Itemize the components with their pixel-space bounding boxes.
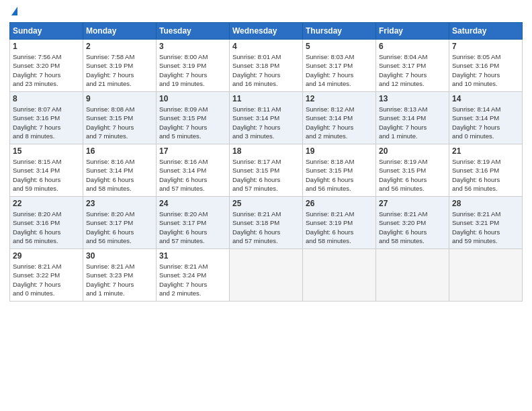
day-number: 14 xyxy=(452,94,519,103)
day-info: Sunrise: 8:05 AM Sunset: 3:16 PM Dayligh… xyxy=(452,52,519,88)
day-number: 24 xyxy=(159,199,226,208)
day-info: Sunrise: 8:04 AM Sunset: 3:17 PM Dayligh… xyxy=(379,52,446,88)
day-number: 7 xyxy=(452,42,519,51)
calendar-cell: 13Sunrise: 8:13 AM Sunset: 3:14 PM Dayli… xyxy=(376,92,449,144)
calendar-cell: 18Sunrise: 8:17 AM Sunset: 3:15 PM Dayli… xyxy=(230,144,303,197)
day-info: Sunrise: 7:58 AM Sunset: 3:19 PM Dayligh… xyxy=(86,52,153,88)
day-info: Sunrise: 8:21 AM Sunset: 3:24 PM Dayligh… xyxy=(159,262,226,298)
calendar-cell: 24Sunrise: 8:20 AM Sunset: 3:17 PM Dayli… xyxy=(157,197,230,249)
day-number: 2 xyxy=(86,42,153,51)
day-info: Sunrise: 8:21 AM Sunset: 3:18 PM Dayligh… xyxy=(232,210,300,245)
calendar-cell xyxy=(230,249,303,302)
day-info: Sunrise: 8:21 AM Sunset: 3:23 PM Dayligh… xyxy=(86,262,153,298)
day-info: Sunrise: 8:21 AM Sunset: 3:21 PM Dayligh… xyxy=(452,210,519,245)
calendar-cell: 29Sunrise: 8:21 AM Sunset: 3:22 PM Dayli… xyxy=(10,249,83,302)
calendar-cell: 31Sunrise: 8:21 AM Sunset: 3:24 PM Dayli… xyxy=(157,249,230,302)
day-number: 13 xyxy=(379,94,446,103)
calendar-cell xyxy=(449,249,523,302)
day-info: Sunrise: 8:19 AM Sunset: 3:16 PM Dayligh… xyxy=(452,157,519,193)
day-number: 15 xyxy=(13,146,80,156)
day-number: 4 xyxy=(232,42,300,51)
calendar-cell: 17Sunrise: 8:16 AM Sunset: 3:14 PM Dayli… xyxy=(157,144,230,197)
day-number: 8 xyxy=(13,94,80,103)
calendar-cell: 23Sunrise: 8:20 AM Sunset: 3:17 PM Dayli… xyxy=(83,197,157,249)
calendar-cell: 26Sunrise: 8:21 AM Sunset: 3:19 PM Dayli… xyxy=(303,197,376,249)
day-info: Sunrise: 8:18 AM Sunset: 3:15 PM Dayligh… xyxy=(306,157,373,193)
calendar-cell: 11Sunrise: 8:11 AM Sunset: 3:14 PM Dayli… xyxy=(230,92,303,144)
day-info: Sunrise: 8:01 AM Sunset: 3:18 PM Dayligh… xyxy=(232,52,300,88)
day-number: 20 xyxy=(379,146,446,156)
day-number: 1 xyxy=(13,42,80,51)
day-info: Sunrise: 8:15 AM Sunset: 3:14 PM Dayligh… xyxy=(13,157,80,193)
day-info: Sunrise: 8:00 AM Sunset: 3:19 PM Dayligh… xyxy=(159,52,226,88)
calendar-table: SundayMondayTuesdayWednesdayThursdayFrid… xyxy=(9,22,523,302)
calendar-cell: 16Sunrise: 8:16 AM Sunset: 3:14 PM Dayli… xyxy=(83,144,157,197)
day-info: Sunrise: 8:07 AM Sunset: 3:16 PM Dayligh… xyxy=(13,105,80,140)
logo-text xyxy=(9,7,17,17)
day-number: 23 xyxy=(86,199,153,208)
day-number: 3 xyxy=(159,42,226,51)
col-header-sunday: Sunday xyxy=(10,23,83,40)
day-info: Sunrise: 8:17 AM Sunset: 3:15 PM Dayligh… xyxy=(232,157,300,193)
day-info: Sunrise: 8:08 AM Sunset: 3:15 PM Dayligh… xyxy=(86,105,153,140)
calendar-cell: 12Sunrise: 8:12 AM Sunset: 3:14 PM Dayli… xyxy=(303,92,376,144)
day-info: Sunrise: 8:16 AM Sunset: 3:14 PM Dayligh… xyxy=(86,157,153,193)
calendar-cell: 3Sunrise: 8:00 AM Sunset: 3:19 PM Daylig… xyxy=(157,40,230,92)
day-info: Sunrise: 8:20 AM Sunset: 3:16 PM Dayligh… xyxy=(13,210,80,245)
calendar-cell: 8Sunrise: 8:07 AM Sunset: 3:16 PM Daylig… xyxy=(10,92,83,144)
day-number: 22 xyxy=(13,199,80,208)
col-header-tuesday: Tuesday xyxy=(157,23,230,40)
week-row-4: 22Sunrise: 8:20 AM Sunset: 3:16 PM Dayli… xyxy=(10,197,523,249)
day-number: 16 xyxy=(86,146,153,156)
day-info: Sunrise: 8:12 AM Sunset: 3:14 PM Dayligh… xyxy=(306,105,373,140)
calendar-cell: 1Sunrise: 7:56 AM Sunset: 3:20 PM Daylig… xyxy=(10,40,83,92)
day-number: 31 xyxy=(159,251,226,261)
day-info: Sunrise: 8:21 AM Sunset: 3:20 PM Dayligh… xyxy=(379,210,446,245)
calendar-cell: 15Sunrise: 8:15 AM Sunset: 3:14 PM Dayli… xyxy=(10,144,83,197)
calendar-cell: 9Sunrise: 8:08 AM Sunset: 3:15 PM Daylig… xyxy=(83,92,157,144)
day-info: Sunrise: 8:03 AM Sunset: 3:17 PM Dayligh… xyxy=(306,52,373,88)
day-info: Sunrise: 8:21 AM Sunset: 3:22 PM Dayligh… xyxy=(13,262,80,298)
day-info: Sunrise: 8:13 AM Sunset: 3:14 PM Dayligh… xyxy=(379,105,446,140)
calendar-cell: 25Sunrise: 8:21 AM Sunset: 3:18 PM Dayli… xyxy=(230,197,303,249)
col-header-saturday: Saturday xyxy=(449,23,523,40)
calendar-cell xyxy=(376,249,449,302)
logo xyxy=(9,7,17,17)
calendar-cell: 5Sunrise: 8:03 AM Sunset: 3:17 PM Daylig… xyxy=(303,40,376,92)
col-header-monday: Monday xyxy=(83,23,157,40)
day-number: 17 xyxy=(159,146,226,156)
day-number: 6 xyxy=(379,42,446,51)
calendar-cell: 10Sunrise: 8:09 AM Sunset: 3:15 PM Dayli… xyxy=(157,92,230,144)
calendar-cell: 22Sunrise: 8:20 AM Sunset: 3:16 PM Dayli… xyxy=(10,197,83,249)
calendar-cell: 27Sunrise: 8:21 AM Sunset: 3:20 PM Dayli… xyxy=(376,197,449,249)
day-number: 27 xyxy=(379,199,446,208)
day-number: 26 xyxy=(306,199,373,208)
day-number: 21 xyxy=(452,146,519,156)
calendar-cell: 20Sunrise: 8:19 AM Sunset: 3:15 PM Dayli… xyxy=(376,144,449,197)
day-number: 29 xyxy=(13,251,80,261)
week-row-5: 29Sunrise: 8:21 AM Sunset: 3:22 PM Dayli… xyxy=(10,249,523,302)
day-info: Sunrise: 8:09 AM Sunset: 3:15 PM Dayligh… xyxy=(159,105,226,140)
day-number: 9 xyxy=(86,94,153,103)
day-info: Sunrise: 7:56 AM Sunset: 3:20 PM Dayligh… xyxy=(13,52,80,88)
calendar-cell: 6Sunrise: 8:04 AM Sunset: 3:17 PM Daylig… xyxy=(376,40,449,92)
day-number: 10 xyxy=(159,94,226,103)
calendar-cell: 19Sunrise: 8:18 AM Sunset: 3:15 PM Dayli… xyxy=(303,144,376,197)
calendar-cell: 14Sunrise: 8:14 AM Sunset: 3:14 PM Dayli… xyxy=(449,92,523,144)
day-info: Sunrise: 8:21 AM Sunset: 3:19 PM Dayligh… xyxy=(306,210,373,245)
day-info: Sunrise: 8:20 AM Sunset: 3:17 PM Dayligh… xyxy=(86,210,153,245)
day-number: 19 xyxy=(306,146,373,156)
calendar-cell: 7Sunrise: 8:05 AM Sunset: 3:16 PM Daylig… xyxy=(449,40,523,92)
day-info: Sunrise: 8:14 AM Sunset: 3:14 PM Dayligh… xyxy=(452,105,519,140)
col-header-friday: Friday xyxy=(376,23,449,40)
day-number: 12 xyxy=(306,94,373,103)
col-header-thursday: Thursday xyxy=(303,23,376,40)
week-row-1: 1Sunrise: 7:56 AM Sunset: 3:20 PM Daylig… xyxy=(10,40,523,92)
calendar-cell: 28Sunrise: 8:21 AM Sunset: 3:21 PM Dayli… xyxy=(449,197,523,249)
day-number: 30 xyxy=(86,251,153,261)
calendar-cell: 21Sunrise: 8:19 AM Sunset: 3:16 PM Dayli… xyxy=(449,144,523,197)
day-info: Sunrise: 8:19 AM Sunset: 3:15 PM Dayligh… xyxy=(379,157,446,193)
day-number: 11 xyxy=(232,94,300,103)
page-header xyxy=(9,7,523,17)
col-header-wednesday: Wednesday xyxy=(230,23,303,40)
